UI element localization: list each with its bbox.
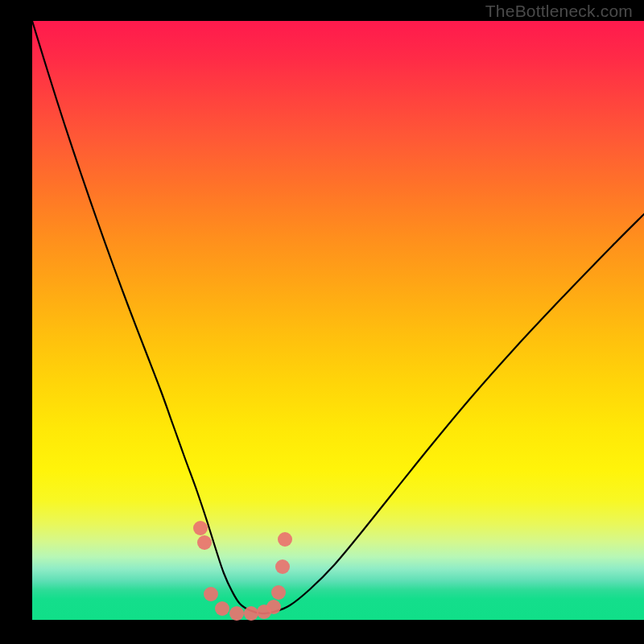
data-point — [244, 606, 258, 621]
data-point — [271, 585, 286, 600]
data-point — [229, 606, 244, 621]
data-point — [197, 535, 212, 550]
data-point — [204, 587, 218, 601]
watermark-text: TheBottleneck.com — [485, 2, 633, 21]
data-point — [275, 559, 290, 574]
data-point — [266, 600, 281, 614]
chart-svg — [32, 21, 644, 620]
data-point — [215, 601, 229, 616]
data-point — [193, 521, 208, 535]
chart-plot-area — [32, 21, 644, 620]
data-point — [278, 532, 292, 547]
bottleneck-curve — [32, 21, 644, 613]
